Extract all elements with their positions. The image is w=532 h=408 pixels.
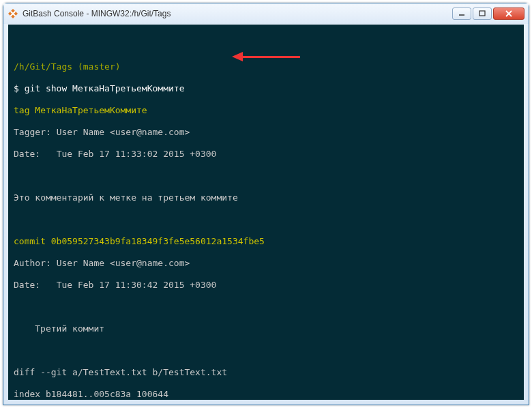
blank-line — [14, 214, 518, 225]
tag-prefix: tag — [14, 105, 29, 115]
tag-date-value: Tue Feb 17 11:33:02 2015 +0300 — [57, 149, 217, 159]
svg-rect-4 — [479, 11, 485, 16]
author-line: Author: User Name <user@name.com> — [14, 258, 518, 269]
titlebar[interactable]: GitBash Console - MINGW32:/h/Git/Tags — [3, 3, 529, 24]
window-title: GitBash Console - MINGW32:/h/Git/Tags — [23, 9, 452, 18]
blank-line — [14, 40, 518, 50]
blank-line — [14, 345, 518, 356]
path-line: /h/Git/Tags (master) — [14, 61, 518, 72]
tag-comment: Это комментарий к метке на третьем комми… — [14, 192, 518, 203]
tag-line: tag МеткаНаТретьемКоммите — [14, 105, 518, 116]
author-label: Author: — [14, 258, 51, 268]
tag-date-label: Date: — [14, 149, 51, 159]
branch-text: (master) — [78, 61, 121, 72]
app-icon — [8, 8, 18, 19]
tag-name: МеткаНаТретьемКоммите — [35, 105, 147, 115]
tagger-label: Tagger: — [14, 127, 51, 137]
commit-prefix: commit — [14, 236, 46, 246]
tagger-line: Tagger: User Name <user@name.com> — [14, 127, 518, 138]
maximize-button[interactable] — [473, 8, 492, 20]
tagger-value: User Name <user@name.com> — [57, 127, 190, 137]
commit-message: Третий коммит — [14, 323, 518, 334]
commit-date-line: Date: Tue Feb 17 11:30:42 2015 +0300 — [14, 280, 518, 291]
author-value: User Name <user@name.com> — [57, 258, 190, 268]
window-frame: GitBash Console - MINGW32:/h/Git/Tags /h… — [3, 3, 529, 405]
command-line: $ git show МеткаНаТретьемКоммите — [14, 83, 518, 94]
diff-index: index b184481..005c83a 100644 — [14, 389, 518, 400]
commit-date-value: Tue Feb 17 11:30:42 2015 +0300 — [57, 280, 217, 290]
blank-line — [14, 171, 518, 181]
minimize-button[interactable] — [452, 8, 471, 20]
command-text: git show МеткаНаТретьемКоммите — [25, 83, 185, 93]
diff-header: diff --git a/TestText.txt b/TestText.txt — [14, 367, 518, 378]
window-buttons — [452, 8, 524, 20]
commit-line: commit 0b059527343b9fa18349f3fe5e56012a1… — [14, 236, 518, 247]
close-button[interactable] — [493, 8, 524, 20]
commit-hash: 0b059527343b9fa18349f3fe5e56012a1534fbe5 — [51, 236, 265, 246]
path-text: /h/Git/Tags — [14, 61, 72, 72]
tag-date-line: Date: Tue Feb 17 11:33:02 2015 +0300 — [14, 149, 518, 160]
blank-line — [14, 302, 518, 312]
commit-date-label: Date: — [14, 280, 51, 290]
prompt-symbol: $ — [14, 83, 19, 93]
terminal-area[interactable]: /h/Git/Tags (master) $ git show МеткаНаТ… — [8, 25, 524, 400]
